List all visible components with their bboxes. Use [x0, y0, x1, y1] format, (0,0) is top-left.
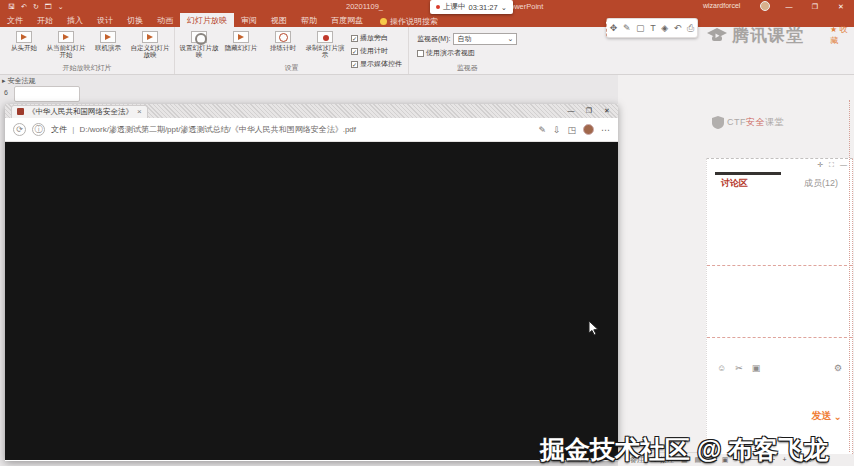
page-info-icon[interactable]: ⓘ — [32, 123, 45, 136]
slide-thumbnail[interactable] — [14, 86, 80, 102]
chat-input-toolbar: ☺ ✂ ▣ ⚙ — [707, 363, 852, 373]
from-current-slide-button[interactable]: 从当前幻灯片开始 — [46, 29, 86, 64]
group-monitors: 监视器(M): 自动 ⌄ 使用演示者视图 监视器 — [409, 27, 525, 74]
ppt-titlebar: 🖫 ↶ ↻ 🗔 ⌄ 20201109_ PowerPoint wizardfor… — [0, 0, 854, 13]
close-button[interactable]: ✕ — [828, 0, 854, 13]
save-icon[interactable]: 🖫 — [8, 3, 15, 10]
download-icon[interactable]: ⇩ — [553, 125, 561, 135]
browser-tab[interactable]: 《中华人民共和国网络安全法》 × — [11, 105, 148, 118]
close-button[interactable]: ✕ — [598, 104, 616, 117]
restore-button[interactable]: ❐ — [802, 0, 828, 13]
tab-file[interactable]: 文件 — [0, 13, 30, 27]
monitor-controls: 监视器(M): 自动 ⌄ 使用演示者视图 — [413, 29, 521, 64]
badge-prefix: CTF — [727, 117, 746, 127]
account-avatar[interactable] — [760, 1, 770, 11]
gear-icon — [191, 31, 207, 43]
group-set-up: 设置幻灯片放映 隐藏幻灯片 排练计时 录制幻灯片演示 播放旁白 — [175, 27, 409, 74]
setup-slideshow-button[interactable]: 设置幻灯片放映 — [179, 29, 219, 64]
setup-checkboxes: 播放旁白 使用计时 显示媒体控件 — [347, 29, 404, 64]
document-title: 20201109_ — [346, 2, 383, 11]
popout-icon[interactable]: ⛶ — [829, 161, 834, 169]
hide-slide-button[interactable]: 隐藏幻灯片 — [221, 29, 261, 64]
quick-access-toolbar: 🖫 ↶ ↻ 🗔 ⌄ — [8, 3, 64, 11]
pin-icon[interactable]: ✛ — [817, 161, 823, 169]
custom-slideshow-button[interactable]: 自定义幻灯片放映 — [130, 29, 170, 64]
tab-baidu-netdisk[interactable]: 百度网盘 — [324, 13, 370, 27]
eraser-icon[interactable]: ◈ — [661, 23, 668, 33]
tab-insert[interactable]: 插入 — [60, 13, 90, 27]
tell-me-search[interactable]: 操作说明搜索 — [380, 16, 438, 27]
play-narrations-checkbox[interactable]: 播放旁白 — [351, 33, 402, 43]
slides-icon — [142, 31, 158, 43]
undo-icon[interactable]: ↶ — [21, 3, 27, 11]
minimize-button[interactable]: — — [562, 104, 580, 117]
edit-icon[interactable]: ✎ — [538, 125, 546, 135]
panel-header-icons: ✛ ⛶ — — [817, 161, 847, 169]
chevron-down-icon: ⌄ — [508, 35, 514, 43]
address-bar[interactable]: 文件 | D:/work/渗透测试第二期/ppt/渗透测试总结/《中华人民共和国… — [51, 124, 532, 135]
minimize-button[interactable]: — — [776, 0, 802, 13]
graduation-cap-icon — [706, 27, 728, 45]
emoji-icon[interactable]: ☺ — [717, 363, 726, 373]
close-tab-icon[interactable]: × — [137, 107, 142, 116]
shield-icon — [712, 116, 724, 129]
profile-avatar[interactable] — [583, 124, 594, 135]
redo-icon[interactable]: ↻ — [33, 3, 39, 11]
present-online-button[interactable]: 联机演示 — [88, 29, 128, 64]
tab-view[interactable]: 视图 — [264, 13, 294, 27]
tab-review[interactable]: 审阅 — [234, 13, 264, 27]
play-icon — [58, 31, 74, 43]
browser-toolbar: ⟳ ⓘ 文件 | D:/work/渗透测试第二期/ppt/渗透测试总结/《中华人… — [5, 118, 618, 142]
pen-icon[interactable]: ✎ — [623, 23, 631, 33]
record-slideshow-button[interactable]: 录制幻灯片演示 — [305, 29, 345, 64]
tab-design[interactable]: 设计 — [90, 13, 120, 27]
section-header[interactable]: ▸ 安全法规 — [2, 76, 35, 86]
clock-icon — [275, 31, 291, 43]
image-icon[interactable]: ▣ — [752, 363, 761, 373]
refresh-icon[interactable]: ⟳ — [13, 123, 26, 136]
tencent-classroom-logo: 腾讯课堂 — [706, 24, 804, 47]
play-icon — [16, 31, 32, 43]
tab-members[interactable]: 成员(12) — [804, 177, 838, 190]
shape-icon[interactable]: ▢ — [636, 23, 645, 33]
monitor-dropdown[interactable]: 自动 ⌄ — [453, 33, 517, 45]
restore-button[interactable]: ❐ — [580, 104, 598, 117]
mouse-cursor — [588, 320, 599, 340]
pdf-viewer-canvas[interactable] — [5, 142, 618, 460]
screenshot-icon[interactable]: ✂ — [735, 363, 743, 373]
checkbox-icon — [351, 48, 358, 55]
rehearse-timings-button[interactable]: 排练计时 — [263, 29, 303, 64]
tab-help[interactable]: 帮助 — [294, 13, 324, 27]
collapse-icon[interactable]: — — [840, 161, 847, 169]
save-icon[interactable]: ⎙ — [687, 23, 694, 34]
account-name[interactable]: wizardforcel — [703, 2, 740, 9]
brand-name: 腾讯课堂 — [732, 24, 804, 47]
chevron-down-icon[interactable]: ⌄ — [501, 3, 507, 12]
select-icon[interactable]: ✥ — [610, 23, 618, 33]
from-beginning-button[interactable]: 从头开始 — [4, 29, 44, 64]
browser-toolbar-right: ✎ ⇩ ◳ ⋯ — [538, 124, 610, 135]
send-button[interactable]: 发送 ⌄ — [812, 409, 842, 423]
use-timings-checkbox[interactable]: 使用计时 — [351, 46, 402, 56]
panel-tabs: 讨论区 成员(12) — [707, 177, 852, 190]
tab-home[interactable]: 开始 — [30, 13, 60, 27]
tab-transitions[interactable]: 切换 — [120, 13, 150, 27]
gear-icon[interactable]: ⚙ — [834, 363, 842, 373]
browser-titlebar[interactable]: 《中华人民共和国网络安全法》 × — ❐ ✕ — [5, 104, 618, 118]
slideshow-icon[interactable]: 🗔 — [45, 3, 52, 10]
more-menu-icon[interactable]: ⋯ — [601, 125, 610, 135]
tab-discussion[interactable]: 讨论区 — [721, 177, 748, 190]
extensions-icon[interactable]: ◳ — [567, 125, 576, 135]
text-icon[interactable]: T — [650, 23, 656, 33]
group-label: 设置 — [175, 63, 408, 73]
course-badge-watermark: CTF安全课堂 — [712, 116, 784, 129]
favorite-button[interactable]: ★ 收藏 — [830, 24, 854, 46]
customize-qat-icon[interactable]: ⌄ — [58, 3, 64, 11]
use-presenter-view-checkbox[interactable]: 使用演示者视图 — [417, 48, 517, 58]
undo-icon[interactable]: ↶ — [674, 23, 682, 33]
group-start-slideshow: 从头开始 从当前幻灯片开始 联机演示 自定义幻灯片放映 开始放映幻灯片 — [0, 27, 175, 74]
tab-slideshow[interactable]: 幻灯片放映 — [180, 13, 234, 27]
class-timer-pill[interactable]: 上课中 03:31:27 ⌄ — [430, 0, 513, 14]
tab-animations[interactable]: 动画 — [150, 13, 180, 27]
pdf-favicon — [17, 108, 24, 115]
